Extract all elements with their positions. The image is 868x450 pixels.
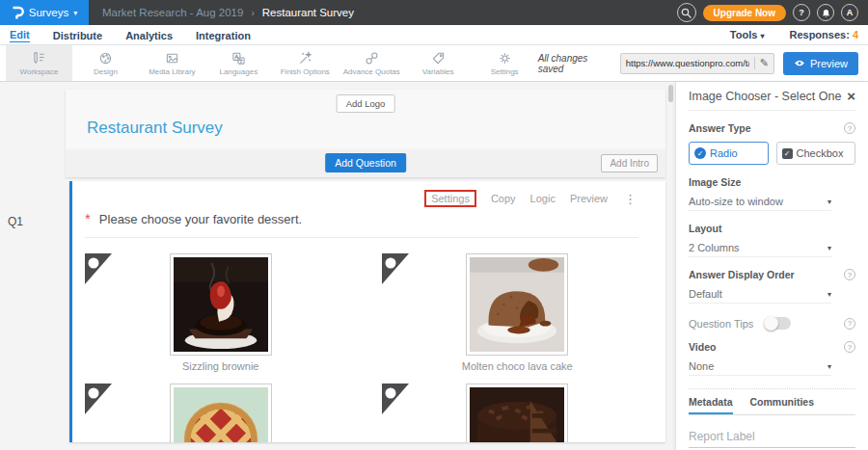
- radio-label: Radio: [710, 147, 738, 159]
- search-icon: [680, 7, 692, 19]
- image-option-brownie: Sizzling brownie: [72, 253, 369, 374]
- responses-link[interactable]: Responses: 4: [789, 29, 858, 40]
- layout-value: 2 Columns: [689, 242, 740, 253]
- image-size-row: Image Size: [689, 176, 855, 188]
- toolbar-item-label: Advance Quotas: [343, 67, 400, 76]
- option-caption: Sizzling brownie: [72, 360, 369, 372]
- answer-display-order-value: Default: [689, 288, 722, 300]
- chocolate-cake-art: [470, 387, 564, 442]
- survey-url-input[interactable]: [621, 58, 754, 68]
- chevron-down-icon: ▾: [827, 290, 831, 299]
- tools-label: Tools: [730, 29, 758, 40]
- chevron-down-icon: ▾: [760, 32, 764, 40]
- chevron-down-icon: ▾: [827, 198, 831, 206]
- edit-url-icon[interactable]: ✎: [754, 57, 773, 69]
- breadcrumb-parent[interactable]: Market Research - Aug 2019: [102, 7, 243, 18]
- tab-metadata[interactable]: Metadata: [689, 389, 733, 414]
- toolbar-item-label: Finish Options: [281, 67, 330, 76]
- image-size-value: Auto-size to window: [689, 196, 783, 207]
- tab-analytics[interactable]: Analytics: [125, 28, 173, 42]
- question-logic-link[interactable]: Logic: [530, 193, 556, 204]
- layout-label: Layout: [689, 223, 721, 234]
- checkbox-check-icon: ✓: [782, 148, 793, 159]
- radio-marker-icon[interactable]: [382, 384, 409, 414]
- question-tips-toggle[interactable]: [764, 317, 791, 330]
- image-option-lattice-pie: [72, 384, 369, 442]
- search-button[interactable]: [677, 3, 696, 22]
- question-preview-link[interactable]: Preview: [570, 193, 608, 204]
- toolbar-item-variables[interactable]: Variables: [405, 45, 472, 81]
- panel-title: Image Chooser - Select One: [689, 90, 841, 103]
- close-icon[interactable]: ×: [847, 91, 855, 102]
- question-tips-label: Question Tips: [689, 318, 764, 330]
- add-intro-button[interactable]: Add Intro: [601, 154, 658, 172]
- toolbar-right: All changes saved ✎ Preview: [538, 45, 868, 81]
- toolbar-item-workspace[interactable]: Workspace: [6, 45, 72, 81]
- add-logo-button[interactable]: Add Logo: [337, 94, 395, 113]
- nav-right: Tools ▾ Responses: 4: [730, 29, 858, 40]
- tab-communities[interactable]: Communities: [750, 389, 815, 414]
- radio-marker-icon[interactable]: [85, 253, 112, 284]
- surveys-app-menu[interactable]: Surveys ▾: [0, 0, 89, 25]
- add-question-button[interactable]: Add Question: [325, 153, 406, 172]
- report-label-input[interactable]: [689, 430, 855, 448]
- dessert-image-lava-cake[interactable]: [466, 253, 568, 356]
- question-settings-panel: Image Chooser - Select One × Answer Type…: [675, 82, 868, 450]
- chevron-down-icon: ▾: [827, 244, 831, 252]
- tag-icon: [431, 51, 446, 66]
- toolbar-item-languages[interactable]: Languages: [205, 45, 272, 81]
- image-size-select[interactable]: Auto-size to window ▾: [689, 196, 831, 211]
- radio-marker-icon[interactable]: [382, 253, 409, 284]
- question-copy-link[interactable]: Copy: [491, 193, 516, 204]
- image-option-chocolate-cake: [369, 384, 666, 442]
- dessert-image-brownie[interactable]: [170, 253, 272, 356]
- toolbar-item-design[interactable]: Design: [72, 45, 139, 81]
- upgrade-now-button[interactable]: Upgrade Now: [703, 5, 786, 21]
- help-icon[interactable]: ?: [844, 318, 855, 330]
- panel-tabs: Metadata Communities: [689, 389, 855, 415]
- help-icon[interactable]: ?: [844, 269, 855, 280]
- radio-marker-icon[interactable]: [85, 384, 112, 414]
- responses-label: Responses:: [789, 29, 849, 40]
- help-button[interactable]: ?: [793, 4, 810, 21]
- tab-integration[interactable]: Integration: [196, 28, 251, 42]
- toolbar-item-advance-quotas[interactable]: Advance Quotas: [339, 45, 405, 81]
- tab-edit[interactable]: Edit: [10, 27, 30, 42]
- avatar[interactable]: A: [841, 4, 858, 21]
- checkbox-option-button[interactable]: ✓ Checkbox: [776, 142, 856, 165]
- radio-option-button[interactable]: ✓ Radio: [689, 142, 769, 165]
- lattice-pie-art: [174, 387, 268, 442]
- preview-button[interactable]: Preview: [783, 52, 858, 75]
- notifications-button[interactable]: [817, 4, 834, 21]
- survey-title[interactable]: Restaurant Survey: [87, 119, 223, 138]
- toolbar-item-settings[interactable]: Settings: [472, 45, 538, 81]
- toolbar-item-media-library[interactable]: Media Library: [139, 45, 205, 81]
- tab-distribute[interactable]: Distribute: [53, 28, 102, 42]
- toolbar-item-finish-options[interactable]: Finish Options: [272, 45, 339, 81]
- tools-menu[interactable]: Tools ▾: [730, 29, 765, 40]
- save-status: All changes saved: [538, 53, 611, 74]
- dessert-image-chocolate-cake[interactable]: [466, 384, 568, 442]
- layout-select[interactable]: 2 Columns ▾: [689, 242, 831, 257]
- survey-nav: Edit Distribute Analytics Integration To…: [0, 25, 868, 45]
- video-select[interactable]: None ▾: [689, 360, 831, 376]
- help-icon[interactable]: ?: [844, 341, 855, 353]
- answer-display-order-select[interactable]: Default ▾: [689, 288, 831, 304]
- image-option-lava-cake: Molten choco lava cake: [369, 253, 666, 374]
- chevron-down-icon: ▾: [827, 362, 831, 371]
- workspace-icon: [32, 51, 46, 66]
- image-icon: [165, 51, 179, 66]
- main-area: Q1 Add Logo Restaurant Survey Add Questi…: [0, 82, 868, 450]
- dessert-image-lattice-pie[interactable]: [170, 384, 272, 442]
- survey-header-card: Add Logo Restaurant Survey: [66, 90, 665, 149]
- canvas-scrollbar[interactable]: [668, 85, 673, 102]
- question-settings-link[interactable]: Settings: [424, 190, 476, 207]
- eye-icon: [794, 59, 805, 67]
- topbar-actions: Upgrade Now ? A: [677, 3, 868, 22]
- help-icon[interactable]: ?: [844, 122, 855, 134]
- radio-check-icon: ✓: [694, 147, 706, 159]
- required-asterisk: *: [85, 213, 91, 225]
- kebab-menu-icon[interactable]: ⋮: [624, 192, 637, 206]
- preview-label: Preview: [810, 58, 848, 69]
- question-text[interactable]: Please choose your favorite dessert.: [99, 212, 302, 226]
